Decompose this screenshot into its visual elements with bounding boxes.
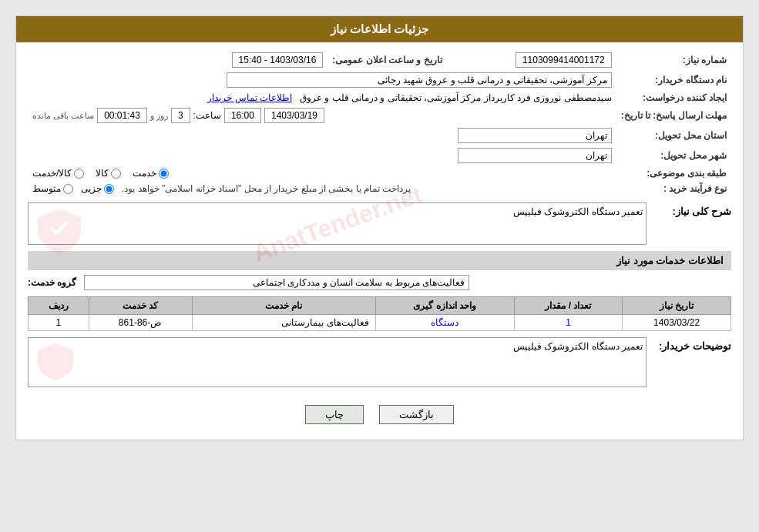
city-label: شهر محل تحویل: — [616, 146, 731, 166]
cell-unit: دستگاه — [375, 315, 514, 331]
radio-goods-label: کالا — [96, 168, 109, 179]
response-days-value: 3 — [171, 108, 190, 123]
service-group-value: فعالیت‌های مربوط به سلامت انسان و مددکار… — [84, 275, 469, 290]
req-number-value: 1103099414001172 — [516, 52, 612, 68]
response-remaining-value: 00:01:43 — [97, 108, 147, 123]
page-header: جزئیات اطلاعات نیاز — [16, 16, 743, 42]
radio-goods[interactable] — [111, 169, 121, 179]
col-date: تاریخ نیاز — [623, 297, 731, 315]
purchase-type-label: نوع فرآیند خرید : — [616, 181, 731, 196]
radio-medium-label: متوسط — [32, 183, 61, 194]
general-desc-label: شرح کلی نیاز: — [654, 202, 731, 217]
general-desc-value: تعمیر دستگاه الکتروشوک فیلیپس — [513, 206, 643, 217]
radio-goods-service[interactable] — [74, 169, 84, 179]
province-label: استان محل تحویل: — [616, 125, 731, 146]
table-row: 1403/03/22 1 دستگاه فعالیت‌های بیمارستان… — [29, 315, 731, 331]
cell-qty: 1 — [514, 315, 623, 331]
services-header: اطلاعات خدمات مورد نیاز — [28, 251, 731, 270]
response-date-value: 1403/03/19 — [264, 108, 324, 123]
buyer-desc-value: تعمیر دستگاه الکتروشوک فیلیپس — [513, 341, 643, 352]
response-time-value: 16:00 — [224, 108, 261, 123]
response-days-label: روز و — [150, 111, 168, 121]
col-row: ردیف — [29, 297, 89, 315]
cell-name: فعالیت‌های بیمارستانی — [192, 315, 375, 331]
response-remaining-label: ساعت باقی مانده — [32, 111, 94, 121]
creator-label: ایجاد کننده درخواست: — [616, 90, 731, 105]
service-group-label: گروه خدمت: — [28, 277, 76, 288]
city-value: تهران — [458, 148, 612, 163]
purchase-note: پرداخت تمام یا بخشی از مبلغ خریدار از مح… — [122, 183, 411, 194]
buyer-org-value: مرکز آموزشی، تحقیقاتی و درمانی قلب و عرو… — [227, 72, 612, 88]
cell-date: 1403/03/22 — [623, 315, 731, 331]
radio-service-label: خدمت — [133, 168, 156, 179]
creator-value: سیدمصطفی نوروزی فرد کاربرداز مرکز آموزشی… — [300, 92, 612, 103]
radio-service[interactable] — [159, 169, 169, 179]
button-row: بازگشت چاپ — [28, 393, 731, 432]
print-button[interactable]: چاپ — [305, 405, 364, 424]
services-table: تاریخ نیاز تعداد / مقدار واحد اندازه گیر… — [28, 296, 731, 331]
radio-partial-label: جزیی — [81, 183, 102, 194]
category-label: طبقه بندی موضوعی: — [616, 166, 731, 181]
col-unit: واحد اندازه گیری — [375, 297, 514, 315]
radio-partial[interactable] — [104, 184, 114, 194]
announce-date-label: تاریخ و ساعت اعلان عمومی: — [327, 50, 446, 70]
radio-goods-service-label: کالا/خدمت — [32, 168, 72, 179]
back-button[interactable]: بازگشت — [379, 405, 454, 424]
province-value: تهران — [458, 128, 612, 143]
col-qty: تعداد / مقدار — [514, 297, 623, 315]
cell-code: ص-86-861 — [89, 315, 192, 331]
req-number-label: شماره نیاز: — [616, 50, 731, 70]
col-name: نام خدمت — [192, 297, 375, 315]
response-time-label: ساعت: — [193, 110, 221, 121]
col-code: کد خدمت — [89, 297, 192, 315]
radio-medium[interactable] — [63, 184, 73, 194]
buyer-desc-label: توضیحات خریدار: — [654, 337, 731, 352]
response-deadline-label: مهلت ارسال پاسخ: تا تاریخ: — [616, 105, 731, 125]
contact-link[interactable]: اطلاعات تماس خریدار — [207, 92, 292, 103]
announce-date-value: 1403/03/16 - 15:40 — [232, 52, 324, 68]
buyer-org-label: نام دستگاه خریدار: — [616, 70, 731, 90]
cell-row: 1 — [29, 315, 89, 331]
